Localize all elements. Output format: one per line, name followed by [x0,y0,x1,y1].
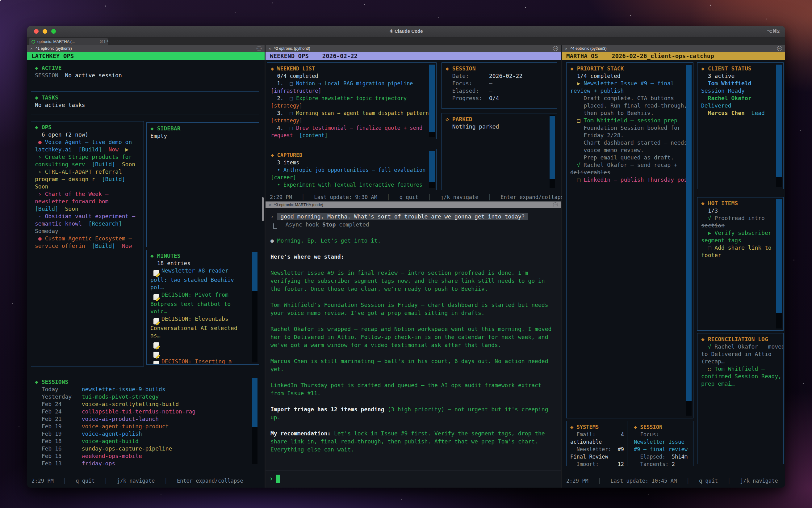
chat-pane-tab-bar[interactable]: × ^3 eptronic: MARTHA (node) ··· [266,202,561,208]
terminal-tab-strip: eptronic: MARTHA (... ⌘1 + [27,37,785,45]
parked-scrollbar-thumb[interactable] [550,116,555,179]
text-cursor [276,475,280,483]
tasks-panel-content: ◆ TASKSNo active tasks [31,92,259,111]
claude-code-window: ✳ Claude Code ⌥⌘2 eptronic: MARTHA (... … [27,26,785,488]
icon-memo-icon: 📝 [153,342,159,348]
pane-options-icon[interactable]: ··· [553,202,558,207]
client-status-panel[interactable]: ◆ CLIENT STATUS 3 active Tom WhitfieldSe… [697,62,783,189]
pane3-tab-label: ^4 eptronic (python3) [571,46,607,51]
icon-memo-icon: 📝 [153,318,159,325]
terminal-tab-status-icon [32,40,35,44]
terminal-tab[interactable]: eptronic: MARTHA (... ⌘1 [29,38,108,45]
weekend-list-content: ◆ WEEKEND LIST 0/4 completed 1. □ Notion… [267,63,436,139]
pane2-title: WEEKEND OPS [270,52,309,59]
minutes-panel[interactable]: ◆ MINUTES 18 entries📝Newsletter #8 reade… [146,250,259,365]
priority-stack-panel[interactable]: ◆ PRIORITY STACK 1/4 completed ▶ Newslet… [566,62,694,418]
parked-panel[interactable]: ◇ PARKED Nothing parked [441,113,557,190]
weekend-scrollbar-thumb[interactable] [429,65,435,132]
prompt-chevron-icon: › [269,475,273,482]
pane-martha-os: × ^4 eptronic (python3) ··· MARTHA OS 20… [562,45,785,488]
sessions-scrollbar-thumb[interactable] [252,378,257,427]
pane2-status-bar: 2:29 PM │ Last update: 9:30 AM │ q quit … [270,194,567,200]
icon-memo-icon: 📝 [153,270,159,276]
priority-scrollbar-thumb[interactable] [686,65,691,401]
pane2-tab-bar[interactable]: × ^2 eptronic (python3) ··· [266,45,561,52]
pane1-tab-label: ^1 eptronic (python3) [36,46,72,51]
pane-options-icon[interactable]: ··· [777,46,782,51]
terminal-tab-label: eptronic: MARTHA (... [37,40,75,44]
pane3-status-bar: 2:29 PM │ Last update: 10:45 AM │ q quit… [566,478,778,484]
session-weekend-content: ◆ SESSION Date: 2026-02-22 Focus: — Elap… [442,63,557,104]
close-pane-icon[interactable]: × [269,203,271,207]
close-pane-icon[interactable]: × [565,46,568,51]
hot-items-scrollbar-thumb[interactable] [776,199,782,313]
reconciliation-log-panel[interactable]: ◆ RECONCILIATION LOG √ Rachel Okafor — m… [697,333,783,464]
pane1-header: LATCHKEY OPS [27,52,265,60]
close-pane-icon[interactable]: × [30,46,33,51]
icon-memo-icon: 📝 [153,352,159,358]
pane-weekend-ops: × ^2 eptronic (python3) ··· WEEKEND OPS … [266,45,561,488]
captured-content: ◆ CAPTURED 3 items • Anthropic job oppor… [267,149,436,190]
client-status-content: ◆ CLIENT STATUS 3 active Tom WhitfieldSe… [698,63,783,119]
pane-latchkey-ops: × ^1 eptronic (python3) ··· LATCHKEY OPS… [27,45,265,488]
systems-panel[interactable]: ◆ SYSTEMS Email: 4actionable Newsletter:… [566,421,627,466]
session-martha-content: ◆ SESSION Focus:Newsletter Issue#9 — fin… [630,421,693,466]
active-panel[interactable]: ◆ ACTIVESESSION No active session [31,62,259,85]
hot-items-panel[interactable]: ◆ HOT ITEMS 1/3 √ Proofread introsection… [697,197,783,331]
pane3-header: MARTHA OS 2026-02-26_client-ops-catchup [562,52,785,60]
pane3-title: MARTHA OS [566,52,598,59]
pane-options-icon[interactable]: ··· [553,46,558,51]
window-titlebar[interactable]: ✳ Claude Code ⌥⌘2 [27,26,785,37]
icon-memo-icon: 📝 [153,294,159,300]
window-title: ✳ Claude Code [27,29,785,34]
session-panel-martha[interactable]: ◆ SESSION Focus:Newsletter Issue#9 — fin… [630,421,694,466]
chat-tab-label: ^3 eptronic: MARTHA (node) [274,203,323,207]
pane1-title: LATCHKEY OPS [32,52,74,59]
pane2-tab-label: ^2 eptronic (python3) [274,46,310,51]
terminal-tab-shortcut: ⌘1 [100,40,106,44]
captured-panel[interactable]: ◆ CAPTURED 3 items • Anthropic job oppor… [267,149,437,190]
close-pane-icon[interactable]: × [269,46,271,51]
chat-transcript: › good morning, Martha. What's sort of t… [266,208,561,458]
ops-panel[interactable]: ◆ OPS 6 open (2 now) ● Voice Agent — liv… [31,121,144,367]
chat-area[interactable]: › good morning, Martha. What's sort of t… [266,208,561,488]
sessions-panel[interactable]: ◆ SESSIONS Today newsletter-issue-9-buil… [31,376,259,466]
pane1-tab-bar[interactable]: × ^1 eptronic (python3) ··· [27,45,265,52]
session-panel-weekend[interactable]: ◆ SESSION Date: 2026-02-22 Focus: — Elap… [441,62,557,109]
chat-input[interactable]: › [266,471,561,488]
pane2-date: 2026-02-22 [322,52,357,59]
minutes-scrollbar-thumb[interactable] [252,252,257,291]
hot-items-content: ◆ HOT ITEMS 1/3 √ Proofread introsection… [698,198,783,261]
ops-panel-content: ◆ OPS 6 open (2 now) ● Voice Agent — liv… [31,121,144,252]
systems-content: ◆ SYSTEMS Email: 4actionable Newsletter:… [567,421,627,466]
pane1-scrollbar-thumb[interactable] [262,197,264,221]
sidebar-panel[interactable]: ◆ SIDEBAREmpty [146,122,259,247]
pane1-status-bar: 2:29 PM │ q quit │ j/k navigate │ Enter … [32,478,243,484]
captured-scrollbar-thumb[interactable] [429,151,435,182]
weekend-list-panel[interactable]: ◆ WEEKEND LIST 0/4 completed 1. □ Notion… [267,62,437,139]
active-panel-content: ◆ ACTIVESESSION No active session [31,62,259,81]
reconciliation-log-content: ◆ RECONCILIATION LOG √ Rachel Okafor — m… [698,333,783,390]
pane2-header: WEEKEND OPS 2026-02-22 [266,52,561,60]
hook-icon: ⎿ [273,223,277,229]
window-shortcut-hint: ⌥⌘2 [767,29,779,34]
client-scrollbar-thumb[interactable] [776,65,782,177]
pane-options-icon[interactable]: ··· [256,46,261,51]
new-tab-button[interactable]: + [106,38,109,44]
minutes-panel-content: ◆ MINUTES 18 entries📝Newsletter #8 reade… [147,250,259,365]
icon-memo-icon: 📝 [153,361,159,365]
sessions-panel-content: ◆ SESSIONS Today newsletter-issue-9-buil… [31,376,259,466]
parked-content: ◇ PARKED Nothing parked [442,114,557,133]
pane3-session-name: 2026-02-26_client-ops-catchup [612,52,714,59]
sidebar-panel-content: ◆ SIDEBAREmpty [147,123,259,142]
tasks-panel[interactable]: ◆ TASKSNo active tasks [31,91,259,115]
pane3-tab-bar[interactable]: × ^4 eptronic (python3) ··· [562,45,785,52]
priority-stack-content: ◆ PRIORITY STACK 1/4 completed ▶ Newslet… [567,63,693,186]
